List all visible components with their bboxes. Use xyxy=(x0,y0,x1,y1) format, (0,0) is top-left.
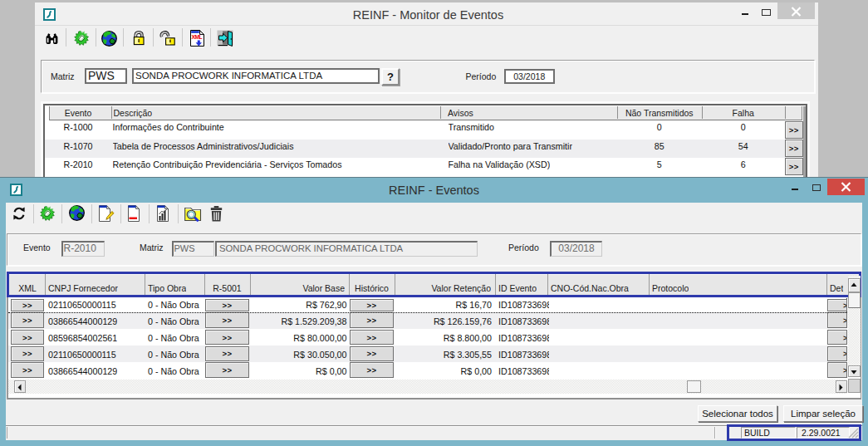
svg-text:XML: XML xyxy=(192,34,203,40)
